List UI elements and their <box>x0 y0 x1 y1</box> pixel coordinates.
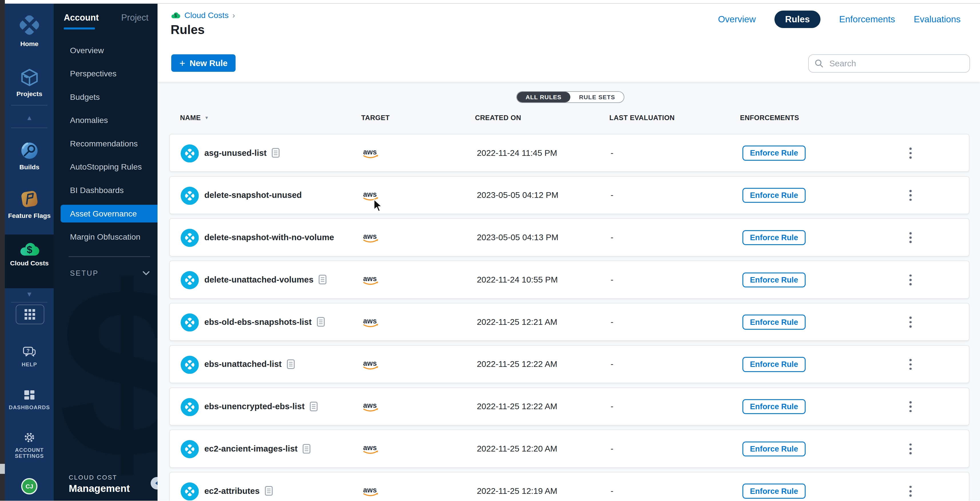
rule-name[interactable]: ebs-unencrypted-ebs-list <box>204 401 305 411</box>
page-title: Rules <box>171 22 205 37</box>
rail-item-account-settings[interactable]: ACCOUNTSETTINGS <box>5 431 54 459</box>
kebab-menu-icon[interactable] <box>907 188 914 202</box>
enforce-rule-button[interactable]: Enforce Rule <box>743 230 806 245</box>
last-evaluation-cell: - <box>611 346 614 383</box>
enforce-rule-button[interactable]: Enforce Rule <box>743 442 806 456</box>
rail-item-label: HELP <box>22 361 37 367</box>
copy-icon[interactable] <box>265 486 273 496</box>
kebab-menu-icon[interactable] <box>907 273 914 287</box>
svg-text:?: ? <box>26 348 29 354</box>
enforce-rule-button[interactable]: Enforce Rule <box>743 484 806 498</box>
rail-item-dashboards[interactable]: DASHBOARDS <box>5 390 54 410</box>
rule-icon <box>181 440 199 460</box>
sidebar-item-overview[interactable]: Overview <box>54 39 158 62</box>
kebab-menu-icon[interactable] <box>907 358 914 371</box>
rail-item-builds[interactable]: Builds <box>5 141 54 171</box>
window-edge-notch <box>0 464 5 474</box>
rail-item-cloud-costs[interactable]: $ Cloud Costs <box>5 242 54 267</box>
enforce-rule-button[interactable]: Enforce Rule <box>743 272 806 287</box>
module-title: Management <box>68 483 130 494</box>
table-row[interactable]: ebs-old-ebs-snapshots-list aws 2022-11-2… <box>169 303 969 341</box>
rule-name[interactable]: ec2-attributes <box>204 486 259 496</box>
sidebar-item-bi-dashboards[interactable]: BI Dashboards <box>54 179 158 202</box>
enforce-rule-button[interactable]: Enforce Rule <box>743 315 806 329</box>
copy-icon[interactable] <box>310 401 318 412</box>
chevron-down-icon <box>142 271 150 276</box>
sidebar-item-asset-governance[interactable]: Asset Governance <box>60 205 158 222</box>
sidebar-item-margin-obfuscation[interactable]: Margin Obfuscation <box>54 225 158 249</box>
rail-item-feature-flags[interactable]: Feature Flags <box>5 189 54 219</box>
enforce-rule-button[interactable]: Enforce Rule <box>743 357 806 372</box>
rail-item-label: Projects <box>16 90 42 97</box>
rule-icon <box>181 398 199 418</box>
kebab-menu-icon[interactable] <box>907 146 914 160</box>
tab-account[interactable]: Account <box>64 13 99 22</box>
sidebar-item-perspectives[interactable]: Perspectives <box>54 62 158 86</box>
table-row[interactable]: delete-unattached-volumes aws 2022-11-24… <box>169 261 969 299</box>
sidebar-item-autostopping-rules[interactable]: AutoStopping Rules <box>54 155 158 179</box>
table-row[interactable]: delete-snapshot-with-no-volume aws 2023-… <box>169 218 969 256</box>
table-row[interactable]: ec2-ancient-images-list aws 2022-11-25 1… <box>169 429 969 468</box>
rule-icon <box>181 229 199 249</box>
rule-name[interactable]: ebs-old-ebs-snapshots-list <box>204 317 312 327</box>
scroll-down-icon[interactable]: ▼ <box>5 291 54 298</box>
rule-name[interactable]: delete-snapshot-with-no-volume <box>204 232 334 242</box>
kebab-menu-icon[interactable] <box>907 400 914 414</box>
rule-name[interactable]: delete-snapshot-unused <box>204 190 302 200</box>
builds-sphere-icon <box>19 141 40 161</box>
tab-evaluations[interactable]: Evaluations <box>914 14 961 25</box>
kebab-menu-icon[interactable] <box>907 442 914 456</box>
kebab-menu-icon[interactable] <box>907 315 914 329</box>
copy-icon[interactable] <box>272 148 280 158</box>
breadcrumb-cloud-costs[interactable]: Cloud Costs <box>185 11 229 20</box>
rule-name[interactable]: ebs-unattached-list <box>204 359 282 369</box>
last-evaluation-cell: - <box>611 261 614 298</box>
table-row[interactable]: delete-snapshot-unused aws 2023-05-05 04… <box>169 176 969 214</box>
rail-item-projects[interactable]: Projects <box>5 67 54 97</box>
tab-overview[interactable]: Overview <box>718 14 756 25</box>
collapse-sidebar-button[interactable] <box>151 477 158 490</box>
copy-icon[interactable] <box>302 444 310 454</box>
rail-item-help[interactable]: ? HELP <box>5 346 54 367</box>
enforce-rule-button[interactable]: Enforce Rule <box>743 188 806 203</box>
column-header-name[interactable]: NAME ▼ <box>180 114 209 122</box>
table-row[interactable]: asg-unused-list aws 2022-11-24 11:45 PM … <box>169 134 969 172</box>
rule-name[interactable]: delete-unattached-volumes <box>204 275 313 285</box>
rail-item-home[interactable]: Home <box>5 13 54 48</box>
table-row[interactable]: ebs-unattached-list aws 2022-11-25 12:22… <box>169 345 969 383</box>
table-row[interactable]: ebs-unencrypted-ebs-list aws 2022-11-25 … <box>169 388 969 426</box>
toggle-all-rules[interactable]: ALL RULES <box>517 92 570 102</box>
module-selector-button[interactable] <box>16 305 44 324</box>
setup-section-toggle[interactable]: SETUP <box>70 265 150 282</box>
tab-rules[interactable]: Rules <box>775 11 821 28</box>
scroll-up-icon[interactable]: ▲ <box>5 115 54 121</box>
svg-text:aws: aws <box>363 486 377 494</box>
column-header-last-evaluation: LAST EVALUATION <box>609 114 675 122</box>
user-avatar[interactable]: CJ <box>21 478 37 495</box>
rule-name[interactable]: asg-unused-list <box>204 148 267 158</box>
search-input[interactable] <box>828 58 964 69</box>
svg-text:$: $ <box>174 13 177 18</box>
copy-icon[interactable] <box>317 317 325 327</box>
kebab-menu-icon[interactable] <box>907 484 914 498</box>
tab-enforcements[interactable]: Enforcements <box>839 14 895 25</box>
table-row[interactable]: ec2-attributes aws 2022-11-25 12:19 AM -… <box>169 472 969 501</box>
rule-name[interactable]: ec2-ancient-images-list <box>204 444 298 453</box>
copy-icon[interactable] <box>318 275 326 285</box>
sidebar-item-recommendations[interactable]: Recommendations <box>54 132 158 156</box>
sidebar-item-budgets[interactable]: Budgets <box>54 86 158 109</box>
aws-target-icon: aws <box>362 485 381 500</box>
enforce-rule-button[interactable]: Enforce Rule <box>743 399 806 414</box>
sidebar-item-anomalies[interactable]: Anomalies <box>54 109 158 132</box>
last-evaluation-cell: - <box>611 388 614 425</box>
kebab-menu-icon[interactable] <box>907 231 914 245</box>
gear-icon <box>23 431 36 444</box>
tab-project[interactable]: Project <box>121 13 148 22</box>
enforce-rule-button[interactable]: Enforce Rule <box>743 146 806 161</box>
new-rule-button[interactable]: + New Rule <box>171 54 235 72</box>
toggle-rule-sets[interactable]: RULE SETS <box>570 92 624 102</box>
sort-caret-icon: ▼ <box>204 115 209 120</box>
rules-list-area: ALL RULES RULE SETS NAME ▼ TARGET CREATE… <box>158 82 980 501</box>
rule-icon <box>181 313 199 334</box>
copy-icon[interactable] <box>287 359 295 369</box>
